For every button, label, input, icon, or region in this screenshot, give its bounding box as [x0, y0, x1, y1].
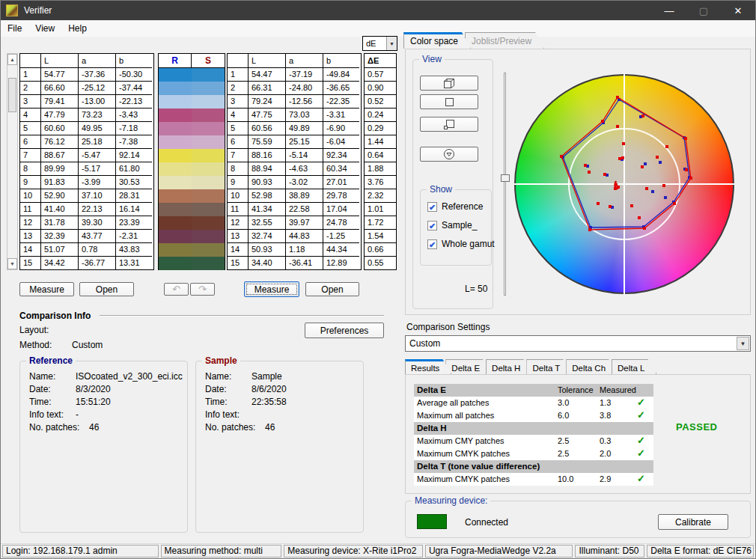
sample-patch-row[interactable]: 447.7573.03-3.31 — [228, 109, 361, 122]
chevron-down-icon[interactable]: ▼ — [386, 37, 397, 50]
undo-icon[interactable]: ↶ — [164, 283, 189, 296]
tab-delta-e[interactable]: Delta E — [445, 359, 492, 374]
patch-color-row[interactable] — [159, 135, 225, 149]
slider-thumb[interactable] — [501, 174, 510, 182]
sample-patch-row[interactable]: 888.94-4.6360.34 — [228, 162, 361, 176]
measure-sample-button[interactable]: Measure — [244, 281, 299, 297]
patch-color-row[interactable] — [159, 176, 225, 189]
patch-color-row[interactable] — [159, 68, 225, 82]
sample-patch-row[interactable]: 379.24-12.56-22.35 — [228, 95, 361, 109]
sample-patch-row[interactable]: 990.93-3.0227.01 — [228, 176, 361, 189]
preferences-button[interactable]: Preferences — [305, 323, 384, 338]
close-icon[interactable]: ✕ — [721, 1, 755, 20]
sample-patch-row[interactable]: 1450.931.1844.34 — [228, 243, 361, 257]
tab-joblist-preview[interactable]: Joblist/Preview — [465, 32, 544, 49]
chevron-down-icon[interactable]: ▼ — [737, 337, 749, 350]
reference-patch-row[interactable]: 788.67-5.4792.14 — [20, 149, 153, 162]
patch-color-row[interactable] — [159, 216, 225, 230]
delta-e-format-select[interactable]: dE ▼ — [362, 36, 397, 51]
reference-patch-row[interactable]: 1451.070.7843.83 — [20, 243, 153, 257]
reference-patch-row[interactable]: 1141.4022.1316.14 — [20, 203, 153, 216]
sample-patch-row[interactable]: 1141.3422.5817.04 — [228, 203, 361, 216]
patch-color-row[interactable] — [159, 109, 225, 122]
reference-patch-row[interactable]: 1534.42-36.7713.31 — [20, 257, 153, 270]
delta-e-row[interactable]: 0.66 — [365, 243, 396, 257]
checkbox-whole-gamut[interactable]: ✔ Whole gamut — [427, 239, 495, 249]
calibrate-button[interactable]: Calibrate — [658, 514, 728, 530]
reference-patch-row[interactable]: 447.7973.23-3.43 — [20, 109, 153, 122]
reference-patch-row[interactable]: 676.1225.18-7.38 — [20, 135, 153, 149]
tab-delta-l[interactable]: Delta L — [612, 359, 656, 374]
view-2d-button[interactable] — [420, 94, 478, 109]
reference-patch-row[interactable]: 154.77-37.36-50.30 — [20, 68, 153, 82]
sample-patch-row[interactable]: 1534.40-36.4112.89 — [228, 257, 361, 270]
patch-color-row[interactable] — [159, 203, 225, 216]
delta-e-row[interactable]: 1.54 — [365, 230, 396, 243]
tab-delta-h[interactable]: Delta H — [486, 359, 532, 374]
patch-color-row[interactable] — [159, 82, 225, 95]
checkbox-sample[interactable]: ✔ Sample_ — [427, 220, 477, 230]
delta-e-row[interactable]: 3.76 — [365, 176, 396, 189]
delta-e-row[interactable]: 0.52 — [365, 95, 396, 109]
view-section-button[interactable] — [420, 117, 478, 132]
menu-view[interactable]: View — [28, 20, 61, 37]
redo-icon[interactable]: ↷ — [190, 283, 215, 296]
scroll-up-icon[interactable]: ▲ — [7, 54, 17, 65]
checkbox-checked-icon[interactable]: ✔ — [427, 202, 437, 212]
view-3d-button[interactable] — [420, 76, 478, 91]
delta-e-row[interactable]: 0.90 — [365, 82, 396, 95]
delta-e-row[interactable]: 0.64 — [365, 149, 396, 162]
reference-patch-row[interactable]: 991.83-3.9930.53 — [20, 176, 153, 189]
checkbox-reference[interactable]: ✔ Reference — [427, 201, 483, 212]
tab-color-space[interactable]: Color space — [403, 32, 471, 49]
sample-patch-row[interactable]: 154.47-37.19-49.84 — [228, 68, 361, 82]
patch-scrollbar[interactable]: ▲ ▼ — [7, 53, 18, 270]
reference-patch-row[interactable]: 379.41-13.00-22.13 — [20, 95, 153, 109]
patch-color-row[interactable] — [159, 149, 225, 162]
scroll-down-icon[interactable]: ▼ — [7, 258, 17, 269]
minimize-icon[interactable]: — — [652, 1, 686, 20]
delta-e-row[interactable]: 1.88 — [365, 162, 396, 176]
tab-results[interactable]: Results — [405, 359, 451, 374]
patch-color-row[interactable] — [159, 95, 225, 109]
reference-patch-row[interactable]: 1332.3943.77-2.31 — [20, 230, 153, 243]
menu-file[interactable]: File — [1, 20, 28, 37]
tab-delta-t[interactable]: Delta T — [526, 359, 572, 374]
reference-patch-row[interactable]: 1052.9037.1028.31 — [20, 189, 153, 203]
delta-e-row[interactable]: 1.44 — [365, 135, 396, 149]
patch-color-row[interactable] — [159, 189, 225, 203]
tab-delta-ch[interactable]: Delta Ch — [566, 359, 618, 374]
sample-patch-row[interactable]: 1052.9838.8929.78 — [228, 189, 361, 203]
reference-patch-row[interactable]: 560.6049.95-7.18 — [20, 122, 153, 135]
patch-color-row[interactable] — [159, 243, 225, 257]
sample-patch-row[interactable]: 788.16-5.1492.34 — [228, 149, 361, 162]
patch-color-row[interactable] — [159, 162, 225, 176]
sample-patch-row[interactable]: 675.5925.15-6.04 — [228, 135, 361, 149]
scrollbar-thumb[interactable] — [8, 78, 16, 112]
patch-color-row[interactable] — [159, 122, 225, 135]
sample-patch-row[interactable]: 1232.5539.9724.78 — [228, 216, 361, 230]
delta-e-row[interactable]: 0.57 — [365, 68, 396, 82]
checkbox-checked-icon[interactable]: ✔ — [427, 221, 437, 230]
sample-patch-row[interactable]: 266.31-24.80-36.65 — [228, 82, 361, 95]
lightness-slider[interactable] — [501, 73, 510, 296]
comparison-settings-select[interactable]: Custom ▼ — [405, 335, 751, 352]
measure-reference-button[interactable]: Measure — [19, 282, 74, 296]
patch-color-row[interactable] — [159, 257, 225, 270]
reference-patch-row[interactable]: 1231.7839.3023.39 — [20, 216, 153, 230]
sample-patch-row[interactable]: 560.5649.89-6.90 — [228, 122, 361, 135]
maximize-icon[interactable]: ▢ — [686, 1, 721, 20]
delta-e-row[interactable]: 0.24 — [365, 109, 396, 122]
view-top-button[interactable] — [420, 147, 478, 162]
delta-e-row[interactable]: 0.29 — [365, 122, 396, 135]
delta-e-row[interactable]: 1.72 — [365, 216, 396, 230]
sample-patch-row[interactable]: 1332.7444.83-1.25 — [228, 230, 361, 243]
checkbox-checked-icon[interactable]: ✔ — [427, 239, 437, 249]
delta-e-row[interactable]: 0.55 — [365, 257, 396, 270]
open-sample-button[interactable]: Open — [305, 282, 359, 296]
patch-color-row[interactable] — [159, 230, 225, 243]
reference-patch-row[interactable]: 266.60-25.12-37.44 — [20, 82, 153, 95]
delta-e-row[interactable]: 1.01 — [365, 203, 396, 216]
open-reference-button[interactable]: Open — [79, 282, 134, 296]
reference-patch-row[interactable]: 889.99-5.1761.80 — [20, 162, 153, 176]
